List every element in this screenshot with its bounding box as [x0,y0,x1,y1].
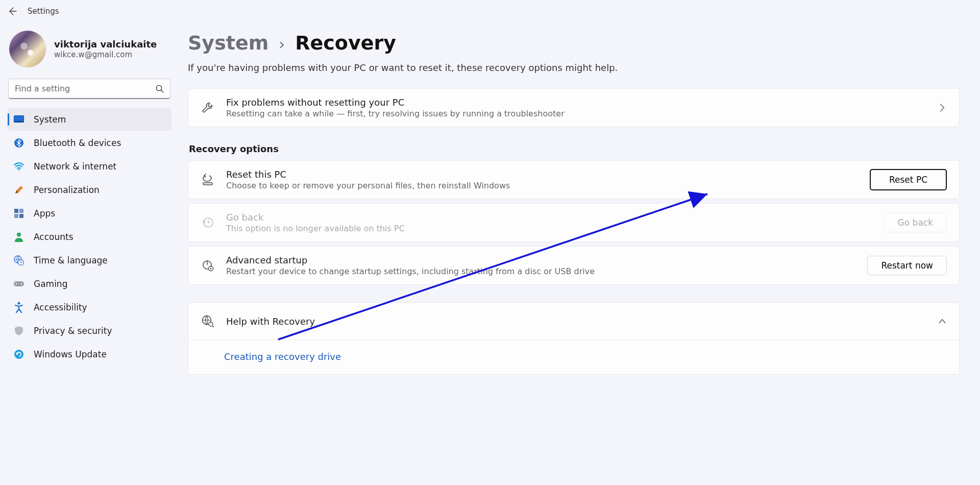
svg-line-26 [212,326,214,327]
nav-item-privacy-security[interactable]: Privacy & security [7,320,172,342]
svg-rect-3 [14,121,24,123]
nav-label: Apps [34,208,55,219]
window-title: Settings [28,7,59,16]
monitor-icon [13,114,24,125]
nav-item-bluetooth[interactable]: Bluetooth & devices [7,132,172,154]
help-with-recovery-card: Help with Recovery Creating a recovery d… [188,302,960,375]
reset-icon [201,173,215,187]
nav-item-gaming[interactable]: Gaming [7,273,172,295]
nav-label: Time & language [34,255,108,265]
paintbrush-icon [13,184,24,196]
nav-item-time-language[interactable]: Time & language [7,249,172,272]
accessibility-icon [13,302,24,313]
nav-label: Bluetooth & devices [34,138,121,148]
restart-now-button[interactable]: Restart now [867,256,947,275]
nav-label: Accessibility [34,302,87,312]
nav-label: Gaming [34,279,67,289]
nav-label: Windows Update [34,349,107,359]
history-icon [201,215,215,230]
shield-icon [13,325,24,336]
bluetooth-icon [13,137,24,149]
search-container [8,79,170,99]
svg-rect-7 [19,209,23,213]
wrench-icon [201,101,215,115]
apps-icon [13,208,24,219]
back-button[interactable] [6,5,18,17]
go-back-button: Go back [884,213,947,232]
chevron-up-icon [938,317,947,326]
globe-clock-icon [13,255,24,266]
card-title: Advanced startup [226,255,856,265]
svg-rect-9 [19,214,23,218]
svg-rect-18 [203,183,212,185]
card-title: Fix problems without resetting your PC [226,97,926,108]
svg-point-15 [21,283,22,285]
svg-rect-6 [14,209,18,213]
sidebar: viktorija valciukaite wikce.w@gmail.com … [0,22,179,485]
troubleshoot-card[interactable]: Fix problems without resetting your PC R… [188,88,960,127]
nav-list: System Bluetooth & devices Network & int… [7,108,172,366]
help-expander-header[interactable]: Help with Recovery [188,303,959,340]
svg-line-1 [161,90,164,93]
avatar [9,31,46,67]
search-input[interactable] [8,79,170,99]
nav-label: Privacy & security [34,326,112,336]
card-title: Help with Recovery [226,316,926,327]
globe-search-icon [201,314,215,328]
person-icon [13,231,24,243]
breadcrumb-current: Recovery [295,32,396,54]
reset-pc-button[interactable]: Reset PC [870,169,947,190]
power-gear-icon [201,258,215,273]
svg-point-10 [17,233,21,237]
svg-point-5 [18,169,20,171]
profile-name: viktorija valciukaite [54,39,157,50]
page-subtitle: If you're having problems with your PC o… [188,62,960,73]
breadcrumb: System › Recovery [188,32,960,54]
card-subtitle: Restart your device to change startup se… [226,266,856,276]
gamepad-icon [13,278,24,289]
svg-point-16 [18,302,20,305]
title-bar: Settings [0,0,980,22]
nav-label: Personalization [34,185,100,195]
profile-email: wikce.w@gmail.com [54,50,157,59]
nav-item-system[interactable]: System [7,108,172,131]
card-title: Reset this PC [226,169,859,180]
nav-item-accounts[interactable]: Accounts [7,226,172,248]
nav-label: Accounts [34,232,74,242]
update-icon [13,349,24,360]
svg-rect-8 [14,214,18,218]
nav-item-windows-update[interactable]: Windows Update [7,343,172,366]
main-content: System › Recovery If you're having probl… [179,22,980,485]
chevron-right-icon [938,103,947,112]
nav-label: System [34,114,66,125]
card-subtitle: This option is no longer available on th… [226,224,873,233]
svg-point-17 [14,350,23,359]
nav-item-network[interactable]: Network & internet [7,155,172,178]
nav-item-accessibility[interactable]: Accessibility [7,296,172,319]
reset-this-pc-card: Reset this PC Choose to keep or remove y… [188,160,960,199]
svg-point-23 [210,268,212,270]
chevron-right-icon: › [279,35,285,53]
recovery-drive-link[interactable]: Creating a recovery drive [224,351,341,362]
card-title: Go back [226,212,873,223]
wifi-icon [13,161,24,172]
svg-rect-13 [14,281,24,286]
search-icon [155,84,164,93]
nav-item-apps[interactable]: Apps [7,202,172,225]
card-subtitle: Choose to keep or remove your personal f… [226,181,859,190]
nav-label: Network & internet [34,161,116,172]
section-title-recovery-options: Recovery options [189,143,960,154]
card-subtitle: Resetting can take a while — first, try … [226,109,926,118]
svg-point-14 [16,283,17,285]
svg-point-25 [209,322,213,326]
nav-item-personalization[interactable]: Personalization [7,179,172,201]
go-back-card: Go back This option is no longer availab… [188,203,960,242]
breadcrumb-parent[interactable]: System [188,32,268,54]
advanced-startup-card: Advanced startup Restart your device to … [188,246,960,285]
account-card[interactable]: viktorija valciukaite wikce.w@gmail.com [7,28,172,78]
